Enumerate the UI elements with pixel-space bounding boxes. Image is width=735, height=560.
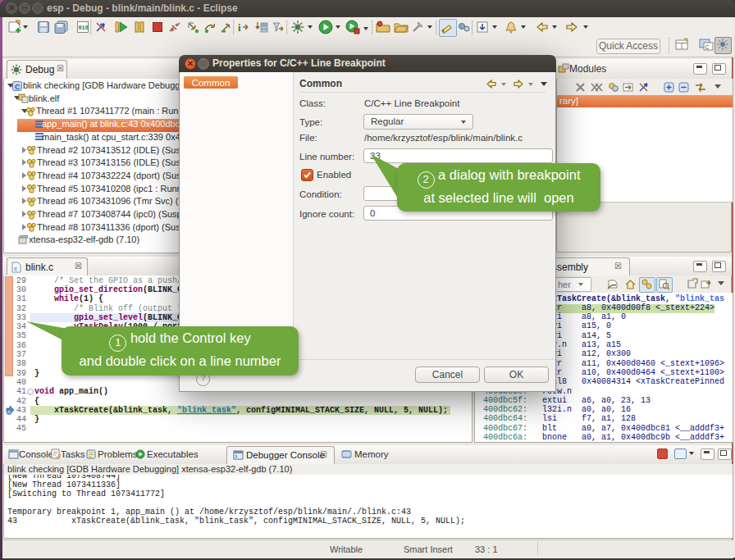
svg-text:C: C	[705, 44, 710, 50]
svg-text:c: c	[14, 265, 17, 272]
svg-text:C: C	[15, 82, 21, 90]
svg-text:i: i	[238, 21, 241, 34]
svg-text:010: 010	[78, 25, 89, 31]
